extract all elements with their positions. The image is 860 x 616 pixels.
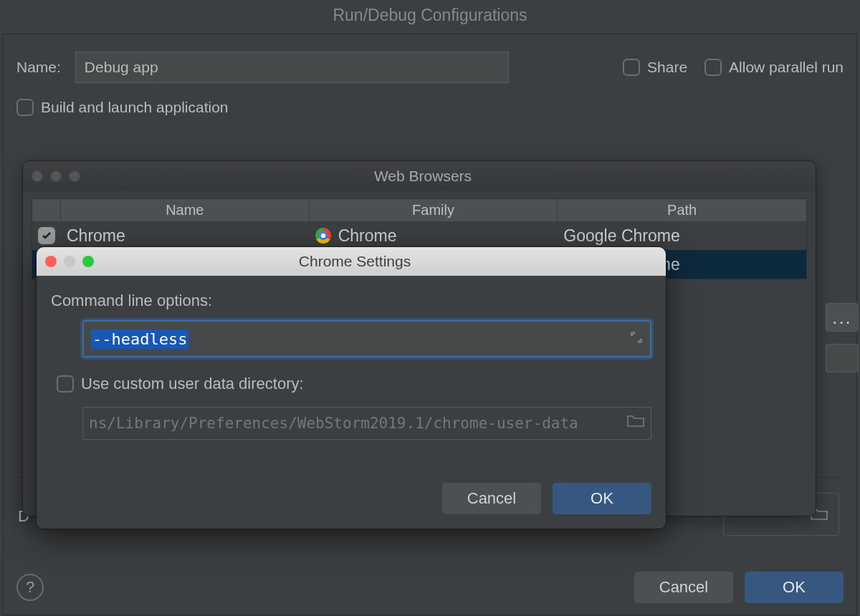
chrome-icon bbox=[315, 228, 331, 244]
name-row: Name: Share Allow parallel run bbox=[16, 52, 844, 83]
side-empty-box bbox=[826, 344, 859, 372]
share-checkbox[interactable]: Share bbox=[623, 59, 687, 76]
col-path: Path bbox=[558, 199, 806, 221]
cli-options-input[interactable]: --headless bbox=[82, 320, 651, 357]
chrome-settings-title: Chrome Settings bbox=[52, 253, 657, 270]
chrome-settings-window: Chrome Settings Command line options: --… bbox=[36, 246, 666, 529]
checkbox-icon bbox=[623, 59, 640, 76]
share-label: Share bbox=[647, 59, 687, 76]
build-launch-checkbox[interactable]: Build and launch application bbox=[16, 99, 229, 116]
chrome-settings-titlebar: Chrome Settings bbox=[37, 247, 666, 276]
table-header: Name Family Path bbox=[32, 199, 806, 221]
web-browsers-title: Web Browsers bbox=[39, 168, 807, 185]
more-button[interactable]: ... bbox=[826, 303, 859, 332]
ok-button[interactable]: OK bbox=[553, 483, 651, 514]
cell-family: Chrome bbox=[338, 226, 397, 246]
ok-button[interactable]: OK bbox=[745, 572, 844, 603]
checkbox-icon bbox=[57, 375, 74, 393]
chrome-settings-buttons: Cancel OK bbox=[51, 483, 651, 514]
custom-dir-input[interactable]: ns/Library/Preferences/WebStorm2019.1/ch… bbox=[82, 407, 651, 440]
cli-options-label: Command line options: bbox=[51, 292, 651, 310]
cancel-button[interactable]: Cancel bbox=[634, 572, 733, 603]
table-row[interactable]: Chrome Chrome Google Chrome bbox=[32, 221, 806, 250]
custom-dir-checkbox[interactable]: Use custom user data directory: bbox=[57, 375, 304, 393]
cancel-button[interactable]: Cancel bbox=[442, 483, 541, 514]
col-family: Family bbox=[310, 199, 558, 221]
custom-dir-label: Use custom user data directory: bbox=[81, 375, 304, 393]
dialog-title: Run/Debug Configurations bbox=[0, 0, 860, 34]
col-name: Name bbox=[61, 199, 310, 221]
allow-parallel-label: Allow parallel run bbox=[729, 59, 844, 76]
allow-parallel-checkbox[interactable]: Allow parallel run bbox=[704, 59, 844, 76]
name-label: Name: bbox=[16, 59, 61, 76]
outer-button-row: ? Cancel OK bbox=[16, 572, 844, 603]
checkbox-icon bbox=[704, 59, 722, 76]
cell-name: Chrome bbox=[67, 226, 125, 246]
checkbox-icon bbox=[16, 99, 34, 116]
expand-icon[interactable] bbox=[624, 331, 643, 347]
help-button[interactable]: ? bbox=[16, 574, 44, 601]
cli-options-value: --headless bbox=[91, 329, 188, 349]
web-browsers-titlebar: Web Browsers bbox=[23, 161, 816, 191]
name-input[interactable] bbox=[75, 52, 509, 83]
cell-path: Google Chrome bbox=[563, 226, 679, 246]
folder-icon[interactable] bbox=[626, 414, 645, 433]
row-checkbox[interactable] bbox=[38, 227, 55, 244]
build-launch-label: Build and launch application bbox=[41, 99, 229, 116]
custom-dir-value: ns/Library/Preferences/WebStorm2019.1/ch… bbox=[89, 415, 626, 432]
